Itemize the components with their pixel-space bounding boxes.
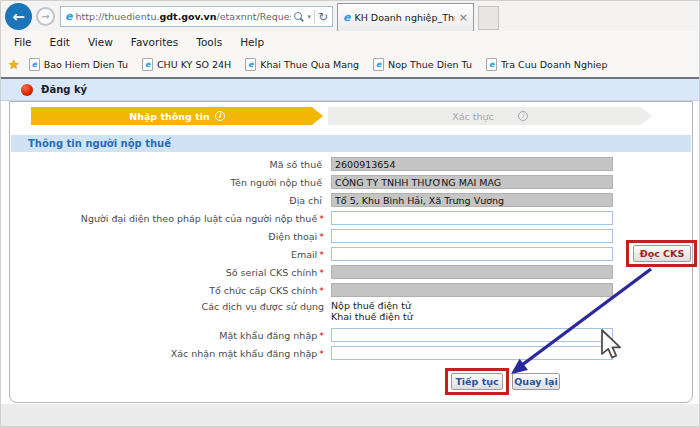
section-title: Thông tin người nộp thuế — [11, 135, 691, 152]
to-chuc-cap-cks-input — [331, 283, 613, 297]
favorite-chu-ky-so[interactable]: e CHU KY SO 24H — [142, 58, 231, 71]
xac-nhan-mat-khau-input[interactable] — [331, 346, 613, 360]
tab-close-icon[interactable]: × — [459, 13, 468, 23]
dien-thoai-input[interactable] — [331, 229, 613, 243]
menu-edit[interactable]: Edit — [41, 36, 79, 48]
field-label: Email* — [1, 249, 331, 260]
forward-icon: → — [41, 11, 49, 22]
menu-bar: File Edit View Favorites Tools Help — [1, 31, 700, 52]
info-icon: i — [518, 111, 528, 121]
menu-favorites[interactable]: Favorites — [122, 36, 187, 48]
field-label: Xác nhận mật khẩu đăng nhập* — [1, 348, 331, 359]
field-label: Các dịch vụ được sử dụng — [1, 301, 331, 312]
chevron-down-icon[interactable]: ▾ — [307, 13, 311, 21]
favorites-bar: ★ e Bao Hiem Dien Tu e CHU KY SO 24H e K… — [1, 52, 700, 79]
mat-khau-input[interactable] — [331, 328, 613, 342]
step-xac-thuc: Xác thực i — [328, 107, 652, 125]
favorite-tra-cuu[interactable]: e Tra Cuu Doanh Nghiep — [486, 58, 608, 71]
so-serial-cks-input — [331, 265, 613, 279]
registration-form: Mã số thuế Tên người nộp thuế Địa chỉ Ng… — [1, 157, 700, 364]
field-label: Tổ chức cấp CKS chính* — [1, 285, 331, 296]
field-label: Mật khẩu đăng nhập* — [1, 330, 331, 341]
form-row: Điện thoại* — [1, 229, 700, 243]
service-item: Nộp thuế điện tử — [331, 301, 413, 312]
back-icon: ← — [12, 8, 25, 26]
menu-tools[interactable]: Tools — [187, 36, 231, 48]
ie-page-icon: e — [65, 11, 72, 22]
browser-tab[interactable]: e KH Doanh nghiệp_Thue die... × — [337, 3, 474, 31]
tiep-tuc-button[interactable]: Tiếp tục — [451, 373, 503, 390]
form-row-services: Các dịch vụ được sử dụng Nộp thuế điện t… — [1, 301, 700, 322]
tab-title: KH Doanh nghiệp_Thue die... — [354, 12, 454, 23]
menu-file[interactable]: File — [5, 36, 41, 48]
field-label: Số serial CKS chính* — [1, 267, 331, 278]
ma-so-thue-input — [331, 157, 613, 171]
ie-page-icon: e — [29, 58, 40, 71]
field-label: Điện thoại* — [1, 231, 331, 242]
field-label: Người đại diện theo pháp luật của người … — [1, 213, 331, 224]
ie-page-icon: e — [373, 58, 384, 71]
form-row: Email* — [1, 247, 700, 261]
services-list: Nộp thuế điện tử Khai thuế điện tử — [331, 301, 413, 322]
ie-page-icon: e — [486, 58, 497, 71]
dia-chi-input — [331, 193, 613, 207]
form-row: Địa chỉ — [1, 193, 700, 207]
nguoi-dai-dien-input[interactable] — [331, 211, 613, 225]
form-row: Xác nhận mật khẩu đăng nhập* — [1, 346, 700, 360]
favorite-nop-thue[interactable]: e Nop Thue Dien Tu — [373, 58, 472, 71]
page-header: Đăng ký — [1, 79, 700, 101]
emblem-icon — [21, 84, 33, 96]
doc-cks-button[interactable]: Đọc CKS — [633, 245, 691, 262]
page-title: Đăng ký — [41, 84, 87, 95]
ie-page-icon: e — [142, 58, 153, 71]
browser-chrome: ← → e http://thuedientu.gdt.gov.vn/etaxn… — [1, 1, 700, 31]
forward-button[interactable]: → — [36, 7, 55, 26]
field-label: Tên người nộp thuế — [1, 177, 331, 188]
url-text: http://thuedientu.gdt.gov.vn/etaxnnt/Req… — [75, 11, 291, 22]
form-row: Mã số thuế — [1, 157, 700, 171]
menu-help[interactable]: Help — [231, 36, 273, 48]
new-tab-button[interactable] — [478, 6, 499, 30]
favorite-bao-hiem[interactable]: e Bao Hiem Dien Tu — [29, 58, 128, 71]
address-bar[interactable]: e http://thuedientu.gdt.gov.vn/etaxnnt/R… — [60, 6, 333, 27]
ie-tab-icon: e — [343, 12, 350, 23]
page-background — [1, 404, 700, 427]
quay-lai-button[interactable]: Quay lại — [512, 373, 560, 390]
browser-window: ← → e http://thuedientu.gdt.gov.vn/etaxn… — [0, 0, 700, 427]
form-row: Tổ chức cấp CKS chính* — [1, 283, 700, 297]
ie-page-icon: e — [245, 58, 256, 71]
info-icon: i — [215, 111, 225, 121]
form-row: Số serial CKS chính* — [1, 265, 700, 279]
step-nhap-thong-tin: Nhập thông tin i — [31, 107, 323, 125]
field-label: Mã số thuế — [1, 159, 331, 170]
form-row: Tên người nộp thuế — [1, 175, 700, 189]
service-item: Khai thuế điện tử — [331, 312, 413, 323]
favorite-khai-thue[interactable]: e Khai Thue Qua Mang — [245, 58, 359, 71]
field-label: Địa chỉ — [1, 195, 331, 206]
form-row: Mật khẩu đăng nhập* — [1, 328, 700, 342]
back-button[interactable]: ← — [5, 3, 32, 30]
favorites-star-icon[interactable]: ★ — [8, 57, 20, 72]
refresh-icon[interactable]: ↻ — [318, 11, 328, 23]
email-input[interactable] — [331, 247, 613, 261]
menu-view[interactable]: View — [79, 36, 122, 48]
form-row: Người đại diện theo pháp luật của người … — [1, 211, 700, 225]
ten-nnt-input — [331, 175, 613, 189]
search-icon[interactable] — [294, 12, 304, 22]
divider — [314, 10, 315, 24]
